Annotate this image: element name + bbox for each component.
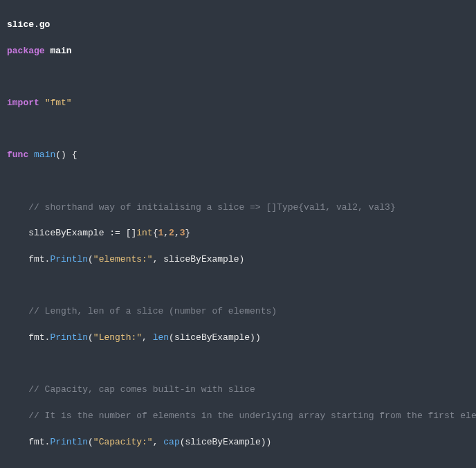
func-name: main <box>34 150 55 160</box>
fmt-println: Println <box>50 254 88 264</box>
comment: // Length, len of a slice (number of ele… <box>28 306 277 316</box>
package-name: main <box>50 46 71 56</box>
keyword-func: func <box>7 150 28 160</box>
comment: // Capacity, cap comes built-in with sli… <box>28 384 255 395</box>
filename: slice.go <box>7 19 50 30</box>
identifier: sliceByExample <box>28 228 104 238</box>
source-code-block: slice.go package main import "fmt" func … <box>0 0 476 468</box>
keyword-package: package <box>7 46 45 56</box>
comment: // It is the number of elements in the u… <box>28 411 476 421</box>
comment: // shorthand way of initialising a slice… <box>28 202 396 213</box>
import-path: "fmt" <box>45 98 72 108</box>
keyword-import: import <box>7 98 39 108</box>
